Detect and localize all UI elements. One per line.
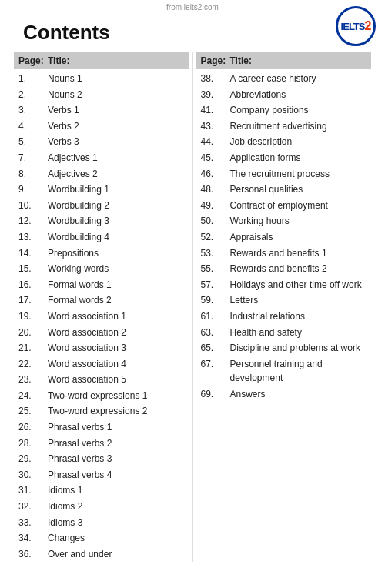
logo-area: IELTS2	[336, 6, 376, 46]
list-item: 30.Phrasal verbs 4	[14, 467, 189, 483]
entry-page: 52.	[201, 230, 230, 245]
entry-title: Phrasal verbs 1	[48, 420, 185, 435]
list-item: 23.Word association 5	[14, 372, 189, 388]
list-item: 14.Prepositions	[14, 246, 189, 262]
entry-title: Wordbuilding 2	[48, 199, 185, 213]
list-item: 31.Idioms 1	[14, 483, 189, 499]
entry-title: Formal words 1	[48, 278, 185, 292]
entry-page: 17.	[18, 293, 48, 308]
entry-title: Verbs 2	[48, 119, 185, 134]
contents-table: Page: Title: 1.Nouns 12.Nouns 23.Verbs 1…	[14, 52, 371, 562]
entry-title: Recruitment advertising	[230, 119, 367, 134]
entry-title: Personnel training and development	[230, 357, 367, 386]
entry-page: 14.	[18, 246, 48, 261]
entry-page: 65.	[201, 341, 230, 356]
entry-page: 63.	[201, 326, 230, 340]
list-item: 61.Industrial relations	[196, 309, 372, 325]
entry-title: Word association 4	[48, 357, 185, 372]
entry-title: Appraisals	[230, 230, 367, 245]
entry-title: Industrial relations	[230, 309, 367, 324]
list-item: 17.Formal words 2	[14, 292, 189, 309]
list-item: 19.Word association 1	[14, 309, 189, 325]
entry-title: Adjectives 2	[48, 167, 185, 182]
list-item: 13.Wordbuilding 4	[14, 229, 189, 246]
list-item: 63.Health and safety	[196, 325, 372, 341]
entry-page: 41.	[201, 103, 230, 118]
entry-page: 59.	[201, 293, 230, 308]
top-bar: from ielts2.com	[0, 0, 385, 13]
entry-page: 67.	[201, 357, 230, 386]
entry-title: Two-word expressions 2	[48, 404, 185, 419]
list-item: 34.Changes	[14, 530, 189, 546]
page-title: Contents	[23, 21, 385, 45]
entry-title: Wordbuilding 1	[48, 182, 185, 197]
entry-title: Verbs 1	[48, 103, 185, 118]
list-item: 26.Phrasal verbs 1	[14, 419, 189, 436]
entry-title: Two-word expressions 1	[48, 389, 185, 403]
entry-page: 20.	[18, 326, 48, 340]
logo-text-two: 2	[364, 19, 370, 33]
list-item: 65.Discipline and problems at work	[196, 340, 372, 356]
entry-title: Word association 5	[48, 373, 185, 387]
list-item: 3.Verbs 1	[14, 102, 189, 119]
entry-title: Answers	[230, 387, 367, 402]
entry-page: 43.	[201, 119, 230, 134]
column-divider	[192, 52, 193, 562]
col2-header-page: Page:	[201, 55, 230, 66]
entry-title: Job description	[230, 135, 367, 149]
entry-title: The recruitment process	[230, 167, 367, 182]
entry-page: 44.	[201, 135, 230, 149]
entry-page: 48.	[201, 182, 230, 197]
list-item: 20.Word association 2	[14, 325, 189, 341]
entry-title: Abbreviations	[230, 88, 367, 102]
list-item: 59.Letters	[196, 292, 372, 309]
entry-title: Prepositions	[48, 246, 185, 261]
list-item: 33.Idioms 3	[14, 515, 189, 531]
entry-page: 38.	[201, 72, 230, 86]
entry-title: Word association 3	[48, 341, 185, 356]
entry-page: 5.	[18, 135, 48, 149]
list-item: 25.Two-word expressions 2	[14, 403, 189, 419]
entry-page: 3.	[18, 103, 48, 118]
list-item: 41.Company positions	[196, 102, 372, 119]
entry-page: 1.	[18, 72, 48, 86]
entry-title: Phrasal verbs 3	[48, 452, 185, 466]
entry-page: 55.	[201, 262, 230, 276]
entry-page: 31.	[18, 483, 48, 498]
entry-title: Health and safety	[230, 326, 367, 340]
list-item: 16.Formal words 1	[14, 277, 189, 293]
list-item: 36.Over and under	[14, 546, 189, 563]
entry-page: 16.	[18, 278, 48, 292]
entry-page: 9.	[18, 182, 48, 197]
entry-title: Idioms 3	[48, 516, 185, 530]
list-item: 39.Abbreviations	[196, 87, 372, 103]
entry-title: Holidays and other time off work	[230, 278, 367, 292]
col1-header-title: Title:	[48, 55, 185, 66]
entry-page: 13.	[18, 230, 48, 245]
list-item: 32.Idioms 2	[14, 499, 189, 515]
entry-page: 22.	[18, 357, 48, 372]
list-item: 52.Appraisals	[196, 229, 372, 246]
entry-page: 12.	[18, 214, 48, 229]
entry-title: Personal qualities	[230, 182, 367, 197]
entry-page: 53.	[201, 246, 230, 261]
entry-page: 29.	[18, 452, 48, 466]
entry-page: 28.	[18, 436, 48, 451]
entry-title: Company positions	[230, 103, 367, 118]
entry-page: 33.	[18, 516, 48, 530]
list-item: 1.Nouns 1	[14, 71, 189, 87]
entry-title: Working words	[48, 262, 185, 276]
entry-page: 45.	[201, 151, 230, 165]
list-item: 7.Adjectives 1	[14, 150, 189, 166]
entry-title: Idioms 2	[48, 499, 185, 514]
list-item: 53.Rewards and benefits 1	[196, 246, 372, 262]
entry-title: Wordbuilding 4	[48, 230, 185, 245]
entry-page: 32.	[18, 499, 48, 514]
entry-title: Nouns 2	[48, 88, 185, 102]
entry-page: 39.	[201, 88, 230, 102]
entry-title: Changes	[48, 531, 185, 546]
entry-title: Idioms 1	[48, 483, 185, 498]
list-item: 8.Adjectives 2	[14, 166, 189, 182]
col1-header: Page: Title:	[14, 52, 189, 69]
list-item: 45.Application forms	[196, 150, 372, 166]
